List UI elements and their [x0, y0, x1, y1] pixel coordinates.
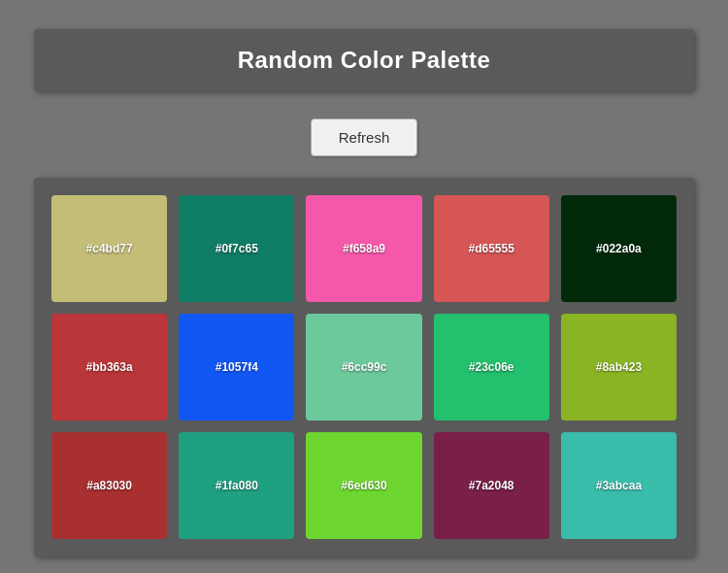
color-swatch[interactable]: #c4bd77	[51, 195, 167, 302]
refresh-button[interactable]: Refresh	[311, 118, 418, 156]
color-swatch[interactable]: #1fa080	[179, 432, 294, 539]
color-swatch[interactable]: #3abcaa	[561, 432, 677, 539]
palette-container: #c4bd77#0f7c65#f658a9#d65555#022a0a#bb36…	[34, 178, 694, 556]
color-swatch[interactable]: #022a0a	[561, 195, 677, 302]
color-swatch[interactable]: #f658a9	[306, 195, 421, 302]
color-swatch[interactable]: #a83030	[51, 432, 167, 539]
color-swatch[interactable]: #6ed630	[306, 432, 421, 539]
color-swatch[interactable]: #6cc99c	[306, 314, 421, 421]
title-bar: Random Color Palette	[34, 29, 694, 91]
color-swatch[interactable]: #7a2048	[434, 432, 549, 539]
color-swatch[interactable]: #8ab423	[561, 314, 677, 421]
color-swatch[interactable]: #1057f4	[179, 314, 294, 421]
color-swatch[interactable]: #bb363a	[51, 314, 167, 421]
color-swatch[interactable]: #0f7c65	[179, 195, 294, 302]
color-swatch[interactable]: #23c06e	[434, 314, 549, 421]
palette-grid: #c4bd77#0f7c65#f658a9#d65555#022a0a#bb36…	[51, 195, 677, 539]
page-title: Random Color Palette	[53, 47, 675, 74]
color-swatch[interactable]: #d65555	[434, 195, 549, 302]
